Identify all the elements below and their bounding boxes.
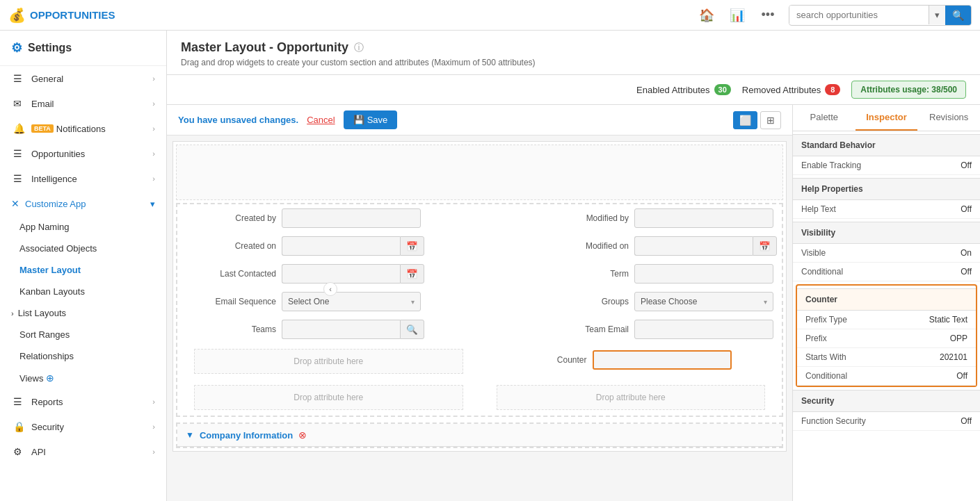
chevron-icon: › — [152, 149, 155, 158]
sidebar-item-reports[interactable]: ☰ Reports › — [0, 389, 166, 414]
chevron-icon: › — [152, 422, 155, 431]
section-chevron-icon[interactable]: ▼ — [186, 430, 194, 440]
created-on-input[interactable] — [282, 236, 400, 256]
add-icon[interactable]: ⊕ — [46, 372, 54, 384]
starts-with-label: Starts With — [805, 352, 940, 362]
term-label: Term — [538, 269, 629, 279]
sidebar-sub-item-sort-ranges[interactable]: Sort Ranges — [0, 324, 166, 345]
prefix-value: OPP — [950, 334, 967, 343]
drop-zone-2[interactable]: Drop attribute here — [194, 385, 463, 410]
main-layout: ⚙ Settings ☰ General › ✉ Email › 🔔 BETA … — [0, 31, 980, 501]
search-dropdown-button[interactable]: ▾ — [929, 6, 945, 24]
sidebar-sub-item-relationships[interactable]: Relationships — [0, 345, 166, 367]
desktop-view-button[interactable]: ⬜ — [733, 111, 757, 129]
grid-view-button[interactable]: ⊞ — [760, 111, 781, 129]
modified-on-field: 📅 — [634, 236, 773, 256]
sidebar-sub-items: App Naming Associated Objects Master Lay… — [0, 216, 166, 389]
sidebar-item-customize-app[interactable]: ✕ Customize App ▾ — [0, 191, 166, 216]
sidebar-item-general[interactable]: ☰ General › — [0, 66, 166, 91]
drop-zone-1[interactable]: Drop attribute here — [194, 349, 463, 374]
more-button[interactable]: ••• — [755, 3, 780, 28]
canvas-container: You have unsaved changes. Cancel 💾 Save … — [167, 105, 792, 501]
sidebar-item-label: Intelligence — [31, 174, 152, 184]
gear-icon: ⚙ — [11, 40, 22, 56]
home-button[interactable]: 🏠 — [694, 3, 719, 28]
attributes-usage: Attributes usage: 38/500 — [851, 81, 966, 99]
enable-tracking-row: Enable Tracking Off — [793, 156, 980, 175]
modified-on-input[interactable] — [634, 236, 753, 256]
sidebar-item-email[interactable]: ✉ Email › — [0, 91, 166, 116]
prefix-type-value: Static Text — [929, 315, 967, 325]
drop-zone-3[interactable]: Drop attribute here — [497, 385, 766, 410]
sidebar-item-label: General — [31, 74, 152, 84]
search-container: ▾ 🔍 — [789, 5, 972, 26]
teams-input[interactable] — [282, 320, 400, 339]
sidebar-sub-item-master-layout[interactable]: Master Layout — [0, 259, 166, 281]
save-button[interactable]: 💾 Save — [344, 110, 398, 129]
sidebar-item-label: Notifications — [56, 124, 152, 134]
email-icon: ✉ — [13, 98, 26, 109]
info-icon[interactable]: ⓘ — [354, 42, 364, 54]
search-input[interactable] — [789, 6, 929, 24]
created-by-field[interactable] — [282, 208, 421, 228]
sidebar-item-api[interactable]: ⚙ API › — [0, 439, 166, 464]
groups-label: Groups — [538, 297, 629, 306]
visible-label: Visible — [801, 248, 961, 258]
counter-conditional-label: Conditional — [805, 371, 956, 381]
function-security-label: Function Security — [801, 416, 961, 426]
tab-inspector[interactable]: Inspector — [856, 105, 918, 131]
groups-select[interactable]: Please Choose ▾ — [634, 292, 773, 311]
collapse-sidebar-button[interactable]: ‹ — [323, 282, 337, 296]
sidebar-sub-item-app-naming[interactable]: App Naming — [0, 216, 166, 238]
teams-field: 🔍 — [282, 320, 421, 339]
save-label: Save — [367, 115, 388, 125]
chart-button[interactable]: 📊 — [725, 3, 750, 28]
sidebar-sub-item-kanban-layouts[interactable]: Kanban Layouts — [0, 281, 166, 302]
last-contacted-calendar-button[interactable]: 📅 — [400, 264, 424, 284]
section-remove-button[interactable]: ⊗ — [298, 429, 307, 441]
save-icon: 💾 — [353, 115, 364, 125]
form-row-counter: Counter — [488, 346, 774, 374]
groups-value: Please Choose — [641, 297, 697, 306]
prefix-row: Prefix OPP — [797, 329, 976, 348]
sidebar-item-label: API — [31, 447, 152, 457]
term-field[interactable] — [634, 264, 773, 284]
search-go-button[interactable]: 🔍 — [945, 6, 971, 25]
email-sequence-select[interactable]: Select One ▾ — [282, 292, 421, 311]
modified-on-label: Modified on — [538, 241, 629, 251]
last-contacted-input[interactable] — [282, 264, 400, 284]
counter-conditional-value: Off — [956, 371, 967, 381]
sidebar-item-notifications[interactable]: 🔔 BETA Notifications › — [0, 116, 166, 141]
view-toggle: ⬜ ⊞ — [733, 111, 781, 129]
counter-conditional-row: Conditional Off — [797, 367, 976, 386]
help-text-label: Help Text — [801, 204, 961, 214]
sidebar-item-intelligence[interactable]: ☰ Intelligence › — [0, 166, 166, 191]
prefix-type-label: Prefix Type — [805, 315, 929, 325]
help-properties-section: Help Properties — [793, 178, 980, 200]
teams-search-button[interactable]: 🔍 — [400, 320, 424, 339]
sidebar-item-label: Opportunities — [31, 149, 152, 159]
modified-on-calendar-button[interactable]: 📅 — [753, 236, 777, 256]
counter-field[interactable] — [593, 350, 732, 370]
created-on-calendar-button[interactable]: 📅 — [400, 236, 424, 256]
sidebar-title: Settings — [28, 42, 72, 54]
sidebar-item-security[interactable]: 🔒 Security › — [0, 414, 166, 439]
tab-palette[interactable]: Palette — [793, 105, 856, 131]
sidebar-item-label: Security — [31, 422, 152, 432]
tab-revisions[interactable]: Revisions — [917, 105, 980, 131]
teams-label: Teams — [186, 325, 276, 334]
cancel-button[interactable]: Cancel — [307, 115, 335, 125]
sidebar-item-opportunities[interactable]: ☰ Opportunities › — [0, 141, 166, 166]
modified-by-label: Modified by — [538, 213, 629, 223]
modified-by-field[interactable] — [634, 208, 773, 228]
sidebar-sub-item-views[interactable]: Views ⊕ — [0, 367, 166, 389]
brand: 💰 OPPORTUNITIES — [8, 7, 115, 24]
chevron-icon: › — [152, 124, 155, 133]
chevron-icon: › — [152, 397, 155, 406]
enable-tracking-label: Enable Tracking — [801, 161, 961, 170]
sidebar-sub-item-associated-objects[interactable]: Associated Objects — [0, 238, 166, 259]
standard-behavior-section: Standard Behavior — [793, 134, 980, 156]
brand-label: OPPORTUNITIES — [30, 9, 115, 21]
team-email-field[interactable] — [634, 320, 773, 339]
sidebar-sub-item-list-layouts[interactable]: › List Layouts — [0, 302, 166, 324]
